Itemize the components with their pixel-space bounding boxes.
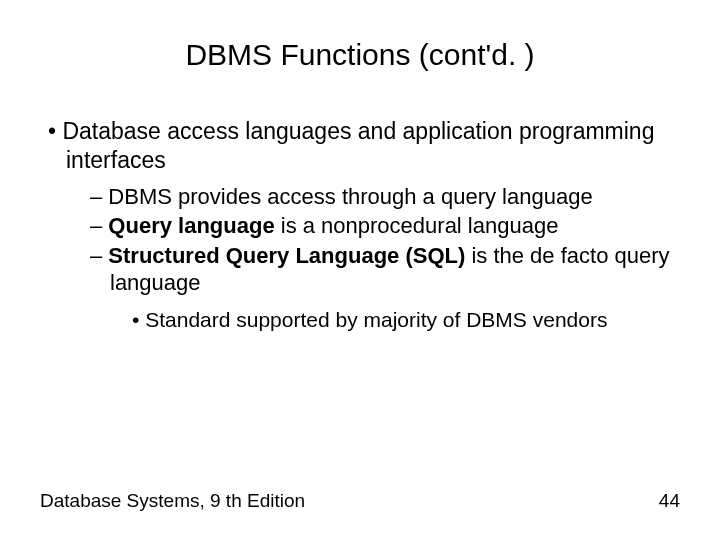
bullet-level1: Database access languages and applicatio… [40,117,680,175]
slide-title: DBMS Functions (cont'd. ) [40,38,680,72]
bullet-text: DBMS provides access through a query lan… [108,184,592,209]
bullet-level2: DBMS provides access through a query lan… [40,183,680,211]
bullet-level3: Standard supported by majority of DBMS v… [40,307,680,333]
footer-page-number: 44 [659,490,680,512]
footer-left: Database Systems, 9 th Edition [40,490,305,512]
bullet-level2: Structured Query Language (SQL) is the d… [40,242,680,297]
slide-footer: Database Systems, 9 th Edition 44 [40,490,680,512]
slide-body: Database access languages and applicatio… [40,117,680,333]
bullet-bold: Structured Query Language (SQL) [108,243,465,268]
bullet-text: Database access languages and applicatio… [62,118,654,173]
bullet-text: Standard supported by majority of DBMS v… [145,308,607,331]
bullet-level2: Query language is a nonprocedural langua… [40,212,680,240]
bullet-text: is a nonprocedural language [275,213,559,238]
bullet-bold: Query language [108,213,274,238]
